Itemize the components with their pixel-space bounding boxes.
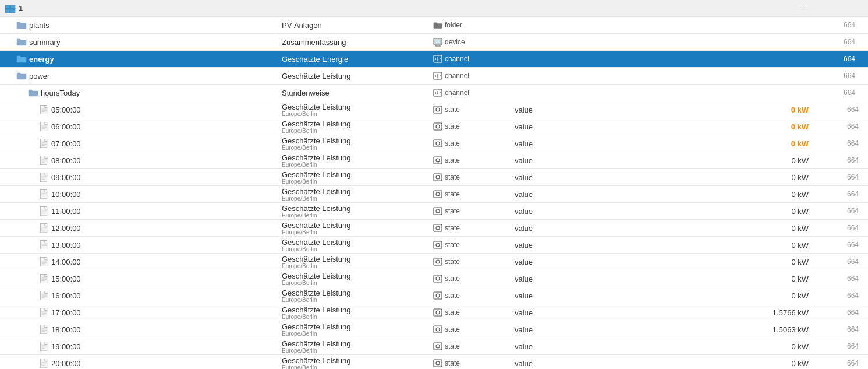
item-sublabel: Europe/Berlin [282, 111, 433, 117]
value-col: 0 kW [561, 241, 813, 249]
type-col: state [433, 274, 515, 283]
type-state-icon [433, 105, 442, 114]
svg-rect-158 [40, 308, 47, 317]
tree-row-t190000[interactable]: 19:00:00 Geschätzte LeistungEurope/Berli… [0, 338, 868, 355]
label-col: Geschätzte LeistungEurope/Berlin [282, 305, 433, 320]
item-sublabel: Europe/Berlin [282, 365, 433, 370]
type-col: state [433, 359, 515, 368]
count-badge: 664 [847, 156, 859, 164]
svg-rect-95 [434, 174, 442, 181]
value-display: 1.5063 kW [773, 325, 809, 334]
tree-row-t150000[interactable]: 15:00:00 Geschätzte LeistungEurope/Berli… [0, 270, 868, 287]
svg-rect-2 [5, 9, 10, 13]
count-badge: 664 [844, 21, 855, 29]
value-col: 0 kW [561, 291, 813, 300]
tree-row-t160000[interactable]: 16:00:00 Geschätzte LeistungEurope/Berli… [0, 287, 868, 304]
value-display: 0 kW [791, 258, 809, 266]
item-label: Geschätzte Leistung [282, 289, 433, 297]
name-col: 07:00:00 [2, 139, 282, 148]
svg-rect-143 [434, 275, 442, 282]
tree-row-t130000[interactable]: 13:00:00 Geschätzte LeistungEurope/Berli… [0, 237, 868, 254]
item-label: Geschätzte Leistung [282, 356, 433, 365]
tree-row-power[interactable]: power Geschätzte Leistung channel 664 [0, 68, 868, 85]
type-col: channel [433, 71, 515, 80]
value-display: 0 kW [791, 139, 809, 148]
type-col: state [433, 189, 515, 199]
tree-row-energy[interactable]: energy Geschätzte Energie channel 664 [0, 51, 868, 68]
file-icon [40, 223, 49, 233]
value-display: 0 kW [791, 122, 809, 131]
type-channel-icon [433, 54, 442, 64]
tree-row-t140000[interactable]: 14:00:00 Geschätzte LeistungEurope/Berli… [0, 254, 868, 270]
tree-row-root[interactable]: 1 --- [0, 0, 868, 17]
svg-point-64 [436, 108, 440, 111]
name-col: 11:00:00 [2, 206, 282, 216]
svg-point-55 [437, 96, 438, 97]
type-text: state [445, 325, 460, 333]
tree-row-t180000[interactable]: 18:00:00 Geschätzte LeistungEurope/Berli… [0, 321, 868, 338]
actions-col: 664 [813, 122, 866, 131]
svg-rect-94 [40, 173, 47, 182]
count-badge: 664 [847, 258, 859, 266]
count-badge: 664 [847, 173, 859, 181]
extra-col: value [515, 308, 561, 317]
value-col: 0 kW [561, 173, 813, 182]
extra-text: value [515, 325, 533, 334]
type-text: state [445, 308, 460, 317]
file-icon [40, 105, 49, 114]
label-col: Geschätzte Leistung [282, 72, 433, 80]
tree-row-t080000[interactable]: 08:00:00 Geschätzte LeistungEurope/Berli… [0, 152, 868, 169]
item-name: 12:00:00 [51, 224, 81, 233]
type-text: state [445, 291, 460, 300]
type-state-icon [433, 189, 442, 199]
tree-row-plants[interactable]: plants PV-Anlagen folder 664 [0, 17, 868, 34]
type-state-icon [433, 291, 442, 300]
tree-row-t050000[interactable]: 05:00:00 Geschätzte LeistungEurope/Berli… [0, 101, 868, 118]
svg-rect-63 [434, 106, 442, 113]
tree-row-t120000[interactable]: 12:00:00 Geschätzte LeistungEurope/Berli… [0, 220, 868, 237]
extra-text: value [515, 207, 533, 216]
value-display: 0 kW [791, 173, 809, 182]
tree-row-t090000[interactable]: 09:00:00 Geschätzte LeistungEurope/Berli… [0, 169, 868, 186]
value-col: 0 kW [561, 342, 813, 351]
type-state-icon [433, 223, 442, 233]
label-col: Geschätzte LeistungEurope/Berlin [282, 187, 433, 202]
type-state-icon [433, 156, 442, 165]
item-sublabel: Europe/Berlin [282, 196, 433, 202]
type-col: state [433, 206, 515, 216]
label-col: Geschätzte LeistungEurope/Berlin [282, 272, 433, 286]
item-name: 20:00:00 [51, 359, 81, 368]
type-text: state [445, 359, 460, 367]
type-state-icon [433, 257, 442, 266]
type-state-icon [433, 308, 442, 317]
name-col: 13:00:00 [2, 240, 282, 249]
tree-row-summary[interactable]: summary Zusammenfassung device 664 [0, 34, 868, 51]
tree-row-t100000[interactable]: 10:00:00 Geschätzte LeistungEurope/Berli… [0, 186, 868, 203]
value-col: 1.5063 kW [561, 325, 813, 334]
item-label: Zusammenfassung [282, 38, 346, 47]
tree-row-t170000[interactable]: 17:00:00 Geschätzte LeistungEurope/Berli… [0, 304, 868, 321]
extra-text: value [515, 342, 533, 351]
tree-row-t070000[interactable]: 07:00:00 Geschätzte LeistungEurope/Berli… [0, 135, 868, 152]
count-badge: 664 [847, 308, 859, 317]
svg-rect-167 [434, 326, 442, 333]
name-col: 20:00:00 [2, 359, 282, 368]
item-sublabel: Europe/Berlin [282, 348, 433, 354]
actions-col: 664 [813, 105, 866, 114]
label-col: Geschätzte LeistungEurope/Berlin [282, 339, 433, 354]
item-sublabel: Europe/Berlin [282, 162, 433, 168]
type-col: state [433, 325, 515, 334]
svg-rect-127 [434, 241, 442, 248]
actions-col: 664 [813, 139, 866, 148]
tree-row-t200000[interactable]: 20:00:00 Geschätzte LeistungEurope/Berli… [0, 355, 868, 369]
svg-point-104 [436, 192, 440, 196]
tree-row-t110000[interactable]: 11:00:00 Geschätzte LeistungEurope/Berli… [0, 203, 868, 220]
svg-rect-134 [40, 257, 47, 266]
type-text: channel [445, 55, 469, 63]
svg-point-80 [436, 142, 440, 145]
count-badge: 664 [847, 122, 859, 131]
item-label: Geschätzte Leistung [282, 170, 433, 179]
tree-row-hoursToday[interactable]: hoursToday Stundenweise channel 664 [0, 85, 868, 101]
svg-point-128 [436, 243, 440, 247]
tree-row-t060000[interactable]: 06:00:00 Geschätzte LeistungEurope/Berli… [0, 118, 868, 135]
